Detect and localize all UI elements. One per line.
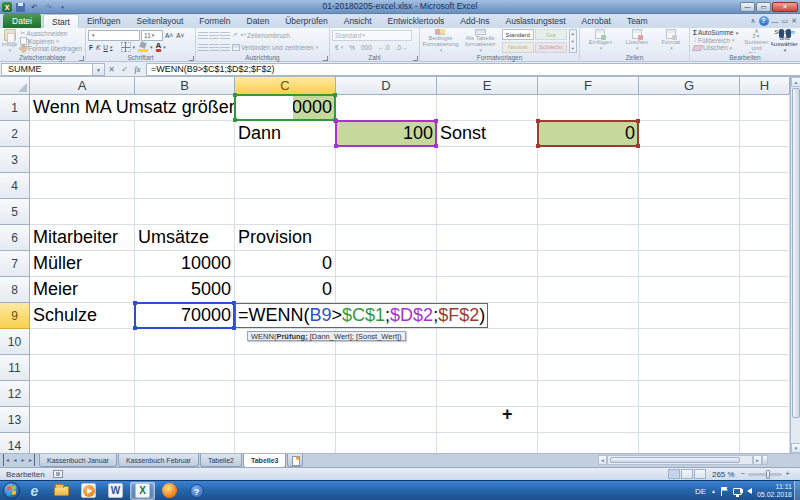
- cell-C6[interactable]: Provision: [238, 225, 332, 250]
- zoom-level-label[interactable]: 265 %: [712, 470, 735, 479]
- merge-center-button[interactable]: Verbinden und zentrieren: [231, 44, 319, 51]
- align-top-icon[interactable]: [198, 32, 208, 39]
- previous-sheet-icon[interactable]: ◄: [11, 454, 19, 466]
- copy-button[interactable]: Kopieren: [19, 37, 83, 45]
- row-header-11[interactable]: 11: [0, 355, 30, 381]
- ribbon-tab-team[interactable]: Team: [619, 14, 656, 28]
- accounting-format-button[interactable]: €: [334, 44, 344, 51]
- maximize-button[interactable]: ▭: [756, 2, 771, 12]
- sort-filter-button[interactable]: AZ▼ Sortieren und Filtern: [744, 29, 769, 53]
- italic-button[interactable]: K: [95, 44, 101, 51]
- cell-edit-formula[interactable]: =WENN(B9>$C$1;$D$2;$F$2): [235, 303, 488, 328]
- ribbon-tab-daten[interactable]: Daten: [239, 14, 278, 28]
- taskbar-media-player-button[interactable]: [76, 482, 101, 500]
- format-as-table-button[interactable]: Als Tabelle formatieren: [461, 29, 500, 53]
- language-indicator[interactable]: DE: [695, 487, 706, 496]
- autosum-button[interactable]: ΣAutoSumme: [692, 29, 742, 36]
- font-color-button[interactable]: A: [155, 42, 167, 52]
- redo-icon[interactable]: ↷: [43, 2, 54, 12]
- zoom-out-icon[interactable]: −: [741, 469, 746, 479]
- insert-function-icon[interactable]: fx: [131, 63, 144, 76]
- increase-decimal-button[interactable]: ←.0: [377, 44, 391, 51]
- confirm-entry-icon[interactable]: ✓: [118, 63, 131, 76]
- taskbar-file-explorer-button[interactable]: [49, 482, 74, 500]
- column-header-F[interactable]: F: [538, 77, 639, 95]
- close-button[interactable]: ✕: [772, 2, 798, 12]
- column-header-H[interactable]: H: [740, 77, 790, 95]
- column-header-A[interactable]: A: [30, 77, 135, 95]
- next-sheet-icon[interactable]: ►: [19, 454, 27, 466]
- workbook-minimize-icon[interactable]: —: [772, 18, 779, 25]
- cell-B7[interactable]: 10000: [138, 251, 231, 276]
- ribbon-tab-ansicht[interactable]: Ansicht: [336, 14, 380, 28]
- bold-button[interactable]: F: [88, 44, 94, 51]
- cancel-entry-icon[interactable]: ✕: [105, 63, 118, 76]
- row-header-8[interactable]: 8: [0, 277, 30, 303]
- tray-clock[interactable]: 11:11 05.02.2018: [757, 483, 792, 499]
- gallery-more-icon[interactable]: ▼: [571, 46, 575, 51]
- taskbar-internet-explorer-button[interactable]: e: [22, 482, 47, 500]
- qat-customize-icon[interactable]: ▾: [57, 2, 68, 12]
- row-header-7[interactable]: 7: [0, 251, 30, 277]
- spreadsheet[interactable]: ABCDEFGH1234567891011121314Wenn MA Umsat…: [0, 77, 790, 453]
- show-desktop-button[interactable]: [794, 481, 800, 500]
- fill-button[interactable]: ↓Füllbereich: [692, 36, 742, 44]
- dialog-launcher-icon[interactable]: [79, 56, 84, 61]
- file-tab[interactable]: Datei: [3, 14, 41, 28]
- cell-style-gut[interactable]: Gut: [535, 29, 567, 40]
- zoom-slider[interactable]: − +: [741, 469, 790, 479]
- horizontal-scrollbar-track[interactable]: [607, 455, 753, 465]
- shrink-font-button[interactable]: A˅: [175, 32, 185, 39]
- normal-view-button[interactable]: [668, 469, 680, 479]
- column-header-C[interactable]: C: [235, 77, 336, 95]
- horizontal-scrollbar-thumb[interactable]: [610, 457, 740, 463]
- ribbon-tab--berpr-fen[interactable]: Überprüfen: [277, 14, 336, 28]
- borders-button[interactable]: [120, 42, 137, 52]
- collapse-ribbon-icon[interactable]: ∧: [750, 17, 755, 25]
- delete-cells-button[interactable]: Löschen: [625, 29, 648, 53]
- cell-C2[interactable]: Dann: [238, 121, 332, 146]
- font-name-select[interactable]: [88, 30, 140, 41]
- speaker-icon[interactable]: [747, 488, 752, 494]
- page-layout-view-button[interactable]: [681, 469, 693, 479]
- gallery-up-icon[interactable]: ▲: [571, 31, 575, 36]
- ribbon-tab-start[interactable]: Start: [43, 14, 79, 28]
- row-header-5[interactable]: 5: [0, 199, 30, 225]
- column-header-G[interactable]: G: [639, 77, 740, 95]
- number-format-select[interactable]: Standard: [332, 30, 412, 41]
- ribbon-tab-acrobat[interactable]: Acrobat: [574, 14, 619, 28]
- column-header-D[interactable]: D: [336, 77, 437, 95]
- wrap-text-button[interactable]: ↩Zeilenumbruch: [239, 31, 290, 39]
- insert-cells-button[interactable]: Einfügen: [589, 29, 613, 53]
- insert-worksheet-button[interactable]: [287, 454, 303, 467]
- font-size-select[interactable]: 11: [141, 30, 163, 41]
- name-box[interactable]: SUMME: [1, 63, 93, 76]
- dialog-launcher-icon[interactable]: [413, 56, 418, 61]
- tab-split-handle[interactable]: [762, 455, 768, 465]
- row-header-14[interactable]: 14: [0, 433, 30, 453]
- find-select-button[interactable]: Suchen und Auswählen: [771, 29, 798, 53]
- scroll-right-icon[interactable]: ►: [753, 455, 762, 465]
- formula-input[interactable]: =WENN(B9>$C$1;$D$2;$F$2): [146, 63, 800, 76]
- gallery-scroll-arrows[interactable]: ▲▼▼: [569, 29, 577, 53]
- zoom-in-icon[interactable]: +: [785, 469, 790, 479]
- start-button[interactable]: [3, 482, 20, 499]
- taskbar-help-button[interactable]: ?: [184, 482, 209, 500]
- align-right-icon[interactable]: [220, 44, 230, 51]
- ribbon-tab-formeln[interactable]: Formeln: [191, 14, 238, 28]
- orientation-button[interactable]: ↗: [231, 31, 238, 39]
- align-center-icon[interactable]: [209, 44, 219, 51]
- macro-record-icon[interactable]: [53, 470, 63, 478]
- column-header-E[interactable]: E: [437, 77, 538, 95]
- row-header-10[interactable]: 10: [0, 329, 30, 355]
- dialog-launcher-icon[interactable]: [323, 56, 328, 61]
- align-bottom-icon[interactable]: [220, 32, 230, 39]
- underline-button[interactable]: U: [102, 44, 113, 51]
- cell-style-schlecht[interactable]: Schlecht: [535, 42, 567, 53]
- row-header-9[interactable]: 9: [0, 303, 30, 329]
- fill-color-button[interactable]: [137, 42, 154, 52]
- row-header-2[interactable]: 2: [0, 121, 30, 147]
- column-header-B[interactable]: B: [135, 77, 235, 95]
- first-sheet-icon[interactable]: ◄: [3, 454, 11, 466]
- vertical-scrollbar-thumb[interactable]: [792, 88, 800, 418]
